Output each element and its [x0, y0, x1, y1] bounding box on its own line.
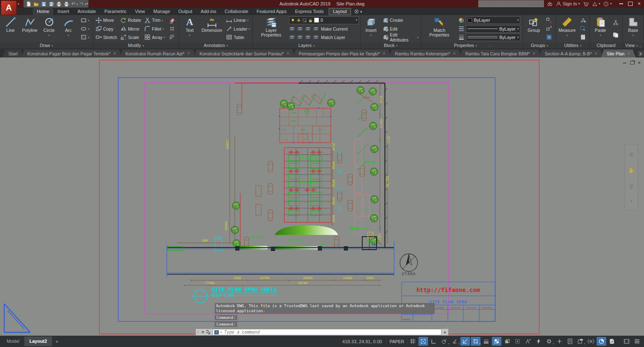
chevron-down-icon[interactable]: ▾ [356, 18, 357, 22]
navigation-wheel-icon[interactable]: ◎ [629, 151, 634, 157]
clean-screen-icon[interactable] [622, 337, 631, 346]
close-icon[interactable]: × [113, 51, 116, 56]
qat-customize-icon[interactable]: ▾ [86, 2, 88, 5]
panel-label-draw[interactable]: Draw▾ [0, 42, 93, 48]
autocad-app-menu-button[interactable]: A [1, 0, 17, 15]
paper-space-toggle[interactable]: PAPER [386, 337, 408, 346]
undo-icon[interactable]: ↶ [71, 1, 75, 7]
file-tab[interactable]: Section A-A &amp; B-B*× [539, 50, 603, 57]
left-items[interactable] [237, 104, 273, 221]
search-input[interactable] [478, 0, 544, 7]
trees[interactable] [231, 86, 378, 247]
tab-collaborate[interactable]: Collaborate [221, 8, 252, 15]
close-icon[interactable]: × [627, 51, 630, 56]
copy-button[interactable]: Copy [94, 25, 118, 33]
make-current-button[interactable]: Make Current [321, 26, 348, 31]
search-binoculars-icon[interactable] [547, 1, 553, 7]
fillet-button[interactable]: Fillet▾ [143, 25, 166, 33]
panel-label-clipboard[interactable]: Clipboard [590, 42, 622, 48]
edit-attributes-button[interactable]: Edit Attributes▾ [381, 33, 420, 41]
layer-tool-icon[interactable] [313, 34, 319, 40]
group-selection-toggle[interactable] [545, 33, 553, 41]
command-expand-icon[interactable]: ▲ [441, 330, 448, 334]
block-edit-button[interactable]: Edit [381, 25, 420, 33]
isolate-objects-icon[interactable] [586, 337, 596, 346]
panel-label-annotation[interactable]: Annotation▾ [179, 42, 252, 48]
tab-home[interactable]: Home [33, 8, 53, 15]
file-tab-site-plan[interactable]: Site Plan× [601, 50, 636, 57]
paste-button[interactable]: Paste▾ [591, 16, 610, 42]
layer-tool-icon[interactable] [297, 34, 303, 40]
layer-tool-icon[interactable] [305, 34, 311, 40]
navbar-more-icon[interactable]: ▾ [631, 199, 632, 203]
close-icon[interactable]: × [287, 51, 289, 56]
offset-button[interactable] [168, 33, 177, 41]
customization-icon[interactable] [632, 337, 642, 346]
layer-tool-icon[interactable] [289, 34, 295, 40]
restore-button[interactable] [628, 2, 633, 6]
file-tab[interactable]: Pemasangan Pompa dan Pipa ke Tangki*× [293, 50, 391, 57]
layer-tool-icon[interactable] [289, 26, 295, 32]
layer-tool-icon[interactable] [305, 26, 311, 32]
panel-launcher-icon[interactable]: ⌟ [489, 44, 491, 47]
color-control[interactable]: ByLayer▾ [457, 17, 522, 24]
3d-osnap-icon[interactable] [513, 337, 522, 346]
file-tab[interactable]: Konstruksi Septicktank dan Sumur Pantau*… [194, 50, 295, 57]
panel-label-properties[interactable]: Properties▾⌟ [421, 42, 523, 48]
lineweight-control[interactable]: ByLayer▾ [457, 34, 522, 41]
tab-featured-apps[interactable]: Featured Apps [252, 8, 291, 15]
id-point-button[interactable] [579, 16, 587, 24]
tab-view[interactable]: View [131, 8, 149, 15]
linear-button[interactable]: Linear▾ [225, 16, 251, 24]
panel-label-groups[interactable]: Groups▾ [523, 42, 556, 48]
pan-hand-icon[interactable]: ✋ [628, 167, 635, 173]
group-button[interactable]: Group [525, 16, 543, 42]
match-properties-button[interactable]: Match Properties [423, 16, 456, 42]
match-layer-button[interactable]: Match Layer [321, 35, 345, 40]
command-close-icon[interactable]: ✕ [199, 330, 206, 334]
close-icon[interactable]: × [187, 51, 190, 56]
open-drawing-icon[interactable] [34, 1, 39, 7]
polar-tracking-icon[interactable]: ▾ [439, 337, 449, 346]
drawing-canvas[interactable]: × [0, 57, 644, 336]
command-recent-icon[interactable]: › [214, 330, 219, 334]
station-building[interactable] [279, 107, 331, 143]
layer-dropdown[interactable]: 0 ▾ [289, 16, 358, 24]
base-button[interactable]: Base▾ [624, 16, 642, 42]
close-icon[interactable]: × [383, 51, 385, 56]
workspace-gear-icon[interactable]: ▾ [544, 337, 554, 346]
polyline-button[interactable]: Polyline [21, 16, 39, 42]
erase-button[interactable] [168, 16, 177, 24]
move-button[interactable]: Move [94, 16, 118, 24]
file-tab[interactable]: Rambu Rambu Keterangan*× [389, 50, 462, 57]
ortho-icon[interactable] [429, 337, 439, 346]
redo-icon[interactable]: ↷ [80, 1, 83, 7]
group-edit-button[interactable] [545, 25, 553, 33]
close-button[interactable]: × [638, 2, 641, 6]
dynamic-ucs-icon[interactable] [523, 337, 533, 346]
arc-button[interactable]: Arc▾ [59, 16, 78, 42]
ribbon-display-toggle[interactable]: ▾ [354, 9, 362, 15]
panel-label-layers[interactable]: Layers▾ [253, 42, 360, 48]
sign-in-button[interactable]: Sign In▾ [556, 1, 580, 7]
save-icon[interactable] [41, 1, 47, 7]
chevron-down-icon[interactable]: ▾ [68, 33, 69, 38]
insert-button[interactable]: Insert▾ [362, 16, 380, 42]
export-icon[interactable] [607, 337, 617, 346]
osnap-tracking-icon[interactable] [460, 337, 470, 346]
app-menu-arrow-icon[interactable]: ▾ [18, 3, 19, 6]
grid-icon[interactable] [408, 337, 418, 346]
panel-label-modify[interactable]: Modify▾ [93, 42, 179, 48]
line-button[interactable]: Line [1, 16, 20, 42]
tab-insert[interactable]: Insert [53, 8, 73, 15]
leader-button[interactable]: Leader▾ [225, 25, 251, 33]
file-tab[interactable]: Konstruksi Pagar Besi dan Pagar Tembok*× [21, 50, 122, 57]
quick-select-button[interactable] [579, 25, 587, 33]
hatch-tool-button[interactable]: ▾ [79, 33, 91, 41]
quick-properties-icon[interactable]: ▾ [576, 337, 585, 346]
app-store-cart-icon[interactable] [583, 1, 589, 7]
ellipse-tool-button[interactable]: ▾ [79, 25, 91, 33]
panel-label-view[interactable]: View▾⌟ [623, 42, 644, 48]
rotate-button[interactable]: Rotate [119, 16, 142, 24]
plus-icon[interactable] [555, 337, 564, 346]
